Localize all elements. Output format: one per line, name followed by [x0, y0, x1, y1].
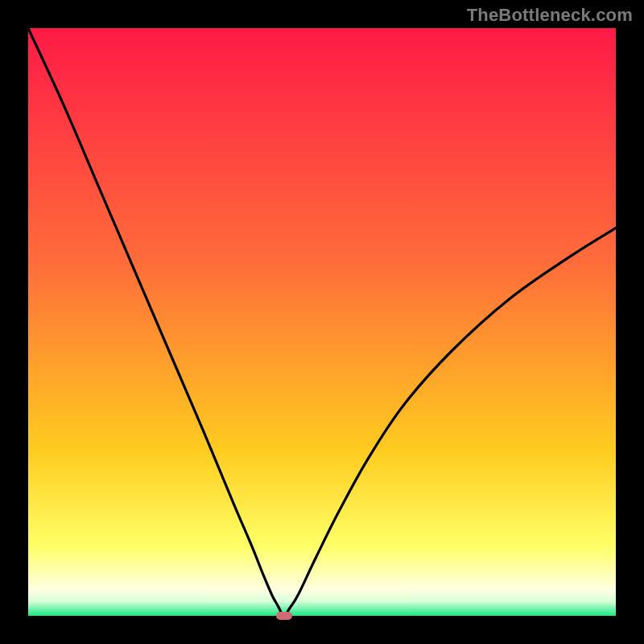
minimum-marker	[276, 612, 292, 620]
plot-area	[28, 28, 616, 616]
bottleneck-curve	[28, 28, 616, 616]
outer-frame: TheBottleneck.com	[0, 0, 644, 644]
watermark-text: TheBottleneck.com	[467, 5, 633, 26]
